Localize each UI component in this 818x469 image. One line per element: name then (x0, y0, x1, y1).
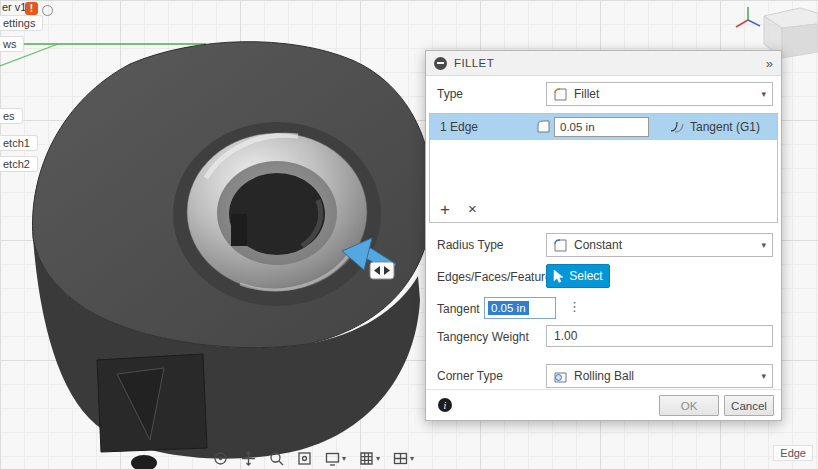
chevron-down-icon: ▾ (376, 454, 380, 463)
3d-viewport[interactable]: er v12 ! ettings ws es etch1 etch2 FILLE… (0, 0, 818, 469)
fillet-ring-boss[interactable] (173, 122, 381, 306)
radius-type-value: Constant (574, 238, 622, 252)
zoom-icon (269, 451, 284, 466)
remove-selection-icon[interactable]: × (468, 201, 477, 218)
tree-item-named-views[interactable]: ws (0, 36, 24, 52)
radius-type-dropdown[interactable]: Constant ▾ (546, 233, 773, 257)
corner-type-label: Corner Type (437, 369, 503, 383)
fit-icon (297, 451, 312, 466)
fillet-type-icon (553, 87, 568, 102)
tree-item-bodies[interactable]: es (0, 108, 23, 124)
dialog-header[interactable]: FILLET » (426, 51, 781, 76)
cursor-icon (553, 270, 564, 283)
fit-tool-button[interactable] (297, 451, 312, 466)
tangency-weight-input[interactable]: 1.00 (546, 325, 773, 347)
tangent-label: Tangent (437, 302, 480, 316)
dialog-footer: i OK Cancel (426, 389, 781, 420)
chevron-down-icon: ▾ (342, 454, 346, 463)
orbit-icon (213, 451, 228, 466)
tree-item-sketch1[interactable]: etch1 (0, 135, 38, 151)
notification-icon[interactable]: ! (25, 2, 38, 15)
fillet-dialog: FILLET » Type Fillet ▾ 1 Edge 0.05 in (425, 50, 782, 421)
dialog-drag-icon[interactable] (434, 57, 447, 70)
keyway-notch (231, 214, 247, 246)
base-hole (131, 455, 157, 469)
edge-selection-row[interactable]: 1 Edge 0.05 in Tangent (G1) (430, 114, 777, 140)
add-selection-icon[interactable]: + (440, 201, 450, 218)
cancel-button[interactable]: Cancel (724, 395, 774, 416)
pan-tool-button[interactable] (241, 451, 256, 466)
edge-selection-list[interactable]: 1 Edge 0.05 in Tangent (G1) + × (429, 113, 778, 223)
corner-type-dropdown[interactable]: Rolling Ball ▾ (546, 364, 773, 388)
select-button[interactable]: Select (546, 264, 610, 288)
type-value: Fillet (574, 87, 599, 101)
chevron-down-icon: ▾ (761, 240, 766, 250)
edge-count-label: 1 Edge (440, 120, 478, 134)
corner-type-value: Rolling Ball (574, 369, 634, 383)
dialog-title: FILLET (454, 57, 766, 69)
radius-type-row: Radius Type Constant ▾ (426, 230, 781, 260)
navigation-toolbar: ▾ ▾ ▾ (213, 451, 414, 466)
ok-button[interactable]: OK (659, 395, 719, 416)
row-radius-input[interactable]: 0.05 in (554, 117, 649, 137)
grid-snaps-icon (359, 451, 374, 466)
type-row: Type Fillet ▾ (426, 79, 781, 109)
selection-list-actions: + × (440, 201, 477, 218)
drag-handle-icon[interactable] (370, 262, 394, 279)
tangency-weight-row: Tangency Weight 1.00 (426, 322, 781, 352)
chevron-down-icon: ▾ (761, 89, 766, 99)
tree-item-document-settings[interactable]: ettings (0, 15, 43, 31)
row-continuity-value[interactable]: Tangent (G1) (690, 120, 760, 134)
viewports-icon (393, 451, 408, 466)
tangency-weight-label: Tangency Weight (437, 330, 529, 344)
type-dropdown[interactable]: Fillet ▾ (546, 82, 773, 106)
hover-tooltip-edge: Edge (773, 445, 813, 461)
select-button-label: Select (569, 269, 602, 283)
display-settings-icon (325, 451, 340, 466)
info-icon[interactable]: i (438, 398, 452, 412)
dialog-collapse-icon[interactable]: » (766, 57, 773, 70)
orbit-tool-button[interactable] (213, 451, 228, 466)
chevron-down-icon: ▾ (410, 454, 414, 463)
constant-radius-icon (553, 238, 568, 253)
viewports-button[interactable]: ▾ (393, 451, 414, 466)
zoom-tool-button[interactable] (269, 451, 284, 466)
chevron-down-icon: ▾ (761, 371, 766, 381)
edges-row: Edges/Faces/Features Select (426, 262, 781, 292)
display-settings-button[interactable]: ▾ (325, 451, 346, 466)
rolling-ball-icon (553, 369, 568, 384)
corner-type-row: Corner Type Rolling Ball ▾ (426, 361, 781, 391)
clock-icon[interactable] (42, 5, 53, 16)
more-options-handle-icon[interactable]: ⋮ (568, 300, 581, 313)
tangent-row: Tangent 0.05 in ⋮ (426, 294, 781, 324)
tree-item-sketch2[interactable]: etch2 (0, 156, 38, 172)
radius-field-icon (536, 119, 551, 134)
type-label: Type (437, 87, 463, 101)
pan-icon (241, 451, 256, 466)
radius-type-label: Radius Type (437, 238, 504, 252)
continuity-icon (670, 119, 685, 134)
edges-label: Edges/Faces/Features (437, 270, 558, 284)
grid-snaps-button[interactable]: ▾ (359, 451, 380, 466)
tangent-selected-text: 0.05 in (488, 301, 529, 315)
tangency-weight-value: 1.00 (554, 329, 577, 343)
axis-triad-icon (736, 7, 760, 27)
tangent-value-input[interactable]: 0.05 in (484, 297, 556, 319)
